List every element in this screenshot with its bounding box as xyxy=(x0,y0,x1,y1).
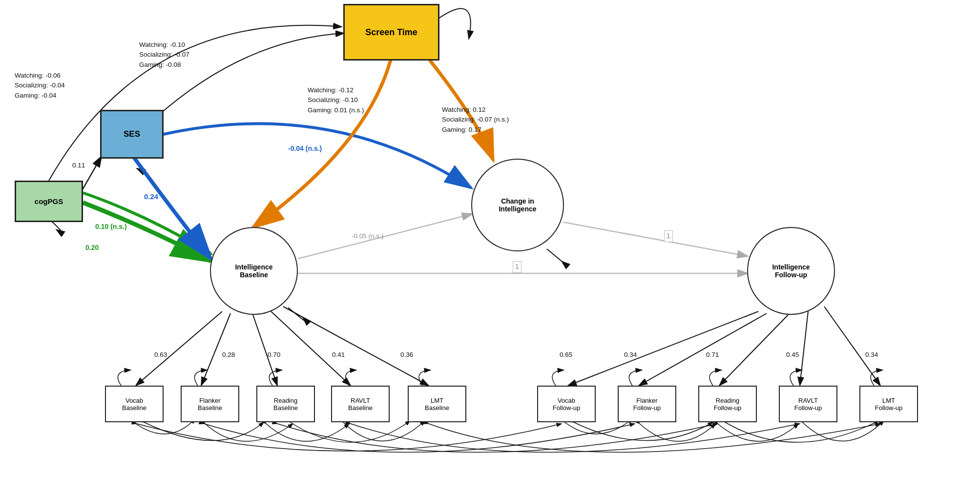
ci-label: Change inIntelligence xyxy=(499,197,536,213)
lmt-baseline-label: LMTBaseline xyxy=(425,397,449,412)
flanker-followup-label: FlankerFollow-up xyxy=(633,397,661,412)
svg-line-9 xyxy=(563,222,748,256)
label-cogpgs-st-socializing: Socializing: -0.04 xyxy=(15,82,65,89)
ravlt-followup-label: RAVLTFollow-up xyxy=(794,397,822,412)
label-ib-ifu-box: 1 xyxy=(513,261,521,273)
screen-time-label: Screen Time xyxy=(365,27,417,38)
screen-time-node: Screen Time xyxy=(343,4,439,61)
label-loading-ravlt-followup: 0.45 xyxy=(786,350,799,360)
svg-line-16 xyxy=(639,313,767,386)
label-cogpgs-ib-top: 0.10 (n.s.) xyxy=(95,222,127,232)
label-loading-lmt-baseline: 0.36 xyxy=(400,350,413,360)
label-loading-lmt-followup: 0.34 xyxy=(865,350,878,360)
cogpgs-node: cogPGS xyxy=(15,181,83,222)
label-st-ci-socializing: Socializing: -0.07 (n.s.) xyxy=(442,116,509,123)
label-ses-st-gaming: Gaming: -0.08 xyxy=(139,61,181,68)
vocab-followup-node: VocabFollow-up xyxy=(537,386,596,422)
label-loading-flanker-followup: 0.34 xyxy=(624,350,637,360)
reading-followup-label: ReadingFollow-up xyxy=(714,397,741,412)
label-ib-ci: -0.05 (n.s.) xyxy=(352,232,383,241)
label-loading-reading-followup: 0.71 xyxy=(706,350,719,360)
reading-baseline-label: ReadingBaseline xyxy=(273,397,298,412)
label-ib-ifu: 1 xyxy=(513,261,521,273)
label-loading-reading-baseline: 0.70 xyxy=(268,350,280,360)
label-cogpgs-st-gaming: Gaming: -0.04 xyxy=(15,92,57,99)
svg-line-7 xyxy=(298,214,473,259)
label-cogpgs-st-watching: Watching: -0.06 xyxy=(15,72,61,79)
label-cogpgs-st: Watching: -0.06 Socializing: -0.04 Gamin… xyxy=(15,71,65,101)
label-ci-ifu-box: 1 xyxy=(664,230,673,242)
label-loading-flanker-baseline: 0.28 xyxy=(222,350,235,360)
svg-line-10 xyxy=(136,311,222,386)
flanker-baseline-node: FlankerBaseline xyxy=(181,386,239,422)
label-ci-ifu: 1 xyxy=(664,230,673,242)
intelligence-followup-node: IntelligenceFollow-up xyxy=(747,227,835,315)
label-st-ib-watching: Watching: -0.12 xyxy=(308,86,354,94)
svg-line-14 xyxy=(283,307,429,386)
vocab-baseline-node: VocabBaseline xyxy=(105,386,164,422)
reading-baseline-node: ReadingBaseline xyxy=(256,386,315,422)
vocab-baseline-label: VocabBaseline xyxy=(122,397,146,412)
lmt-followup-node: LMTFollow-up xyxy=(859,386,918,422)
label-cogpgs-ses: 0.11 xyxy=(72,161,85,170)
label-ses-st-socializing: Socializing: -0.07 xyxy=(139,51,189,58)
label-st-ci-gaming: Gaming: 0.17 xyxy=(442,126,481,133)
flanker-baseline-label: FlankerBaseline xyxy=(198,397,222,412)
svg-line-17 xyxy=(719,315,788,386)
label-ses-ib: 0.24 xyxy=(144,191,158,202)
label-st-ci: Watching: 0.12 Socializing: -0.07 (n.s.)… xyxy=(442,105,509,135)
label-st-ib-gaming: Gaming: 0.01 (n.s.) xyxy=(308,106,364,114)
ses-label: SES xyxy=(124,129,140,139)
lmt-followup-label: LMTFollow-up xyxy=(875,397,902,412)
intelligence-baseline-node: IntelligenceBaseline xyxy=(210,227,298,315)
cogpgs-label: cogPGS xyxy=(35,197,63,206)
ses-node: SES xyxy=(100,110,164,159)
change-intelligence-node: Change inIntelligence xyxy=(471,159,564,251)
lmt-baseline-node: LMTBaseline xyxy=(408,386,466,422)
label-loading-vocab-baseline: 0.63 xyxy=(154,350,167,360)
svg-line-11 xyxy=(201,313,230,386)
label-st-ib: Watching: -0.12 Socializing: -0.10 Gamin… xyxy=(308,85,364,115)
label-st-ci-watching: Watching: 0.12 xyxy=(442,106,486,113)
label-ses-st-watching: Watching: -0.10 xyxy=(139,41,185,48)
svg-line-13 xyxy=(271,311,351,386)
label-loading-vocab-followup: 0.65 xyxy=(560,350,572,360)
flanker-followup-node: FlankerFollow-up xyxy=(618,386,676,422)
svg-line-18 xyxy=(800,311,808,386)
vocab-followup-label: VocabFollow-up xyxy=(553,397,580,412)
label-loading-ravlt-baseline: 0.41 xyxy=(332,350,345,360)
reading-followup-node: ReadingFollow-up xyxy=(698,386,757,422)
label-ses-st: Watching: -0.10 Socializing: -0.07 Gamin… xyxy=(139,40,189,70)
label-cogpgs-ib-bottom: 0.20 xyxy=(85,243,99,253)
ifu-label: IntelligenceFollow-up xyxy=(772,263,810,279)
ib-label: IntelligenceBaseline xyxy=(235,263,272,279)
ravlt-baseline-label: RAVLTBaseline xyxy=(348,397,373,412)
diagram-container: Screen Time SES cogPGS IntelligenceBasel… xyxy=(0,0,980,494)
ravlt-followup-node: RAVLTFollow-up xyxy=(779,386,837,422)
label-ses-ci: -0.04 (n.s.) xyxy=(288,144,322,154)
label-st-ib-socializing: Socializing: -0.10 xyxy=(308,96,358,103)
ravlt-baseline-node: RAVLTBaseline xyxy=(331,386,390,422)
